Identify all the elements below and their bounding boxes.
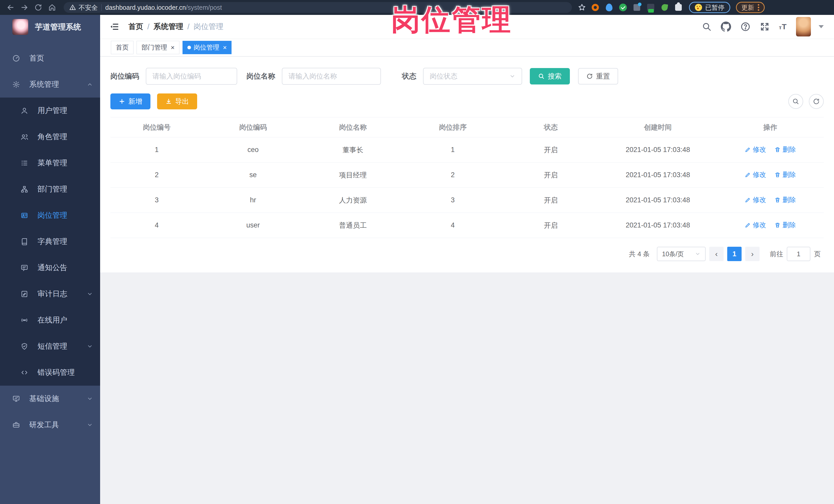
tab-close-icon[interactable]: × [171, 44, 175, 51]
app-logo-row[interactable]: 芋道管理系统 [0, 15, 100, 39]
column-header: 操作 [717, 117, 824, 137]
sidebar-item-label: 通知公告 [38, 263, 93, 273]
tab-label: 首页 [116, 43, 129, 51]
cell-post-sort: 4 [403, 213, 503, 238]
sidebar-item-label: 首页 [29, 53, 93, 63]
sidebar-item-devtools[interactable]: 研发工具 [0, 412, 100, 438]
online-user-icon [20, 316, 29, 324]
kebab-menu-icon[interactable] [758, 7, 759, 8]
delete-link[interactable]: 删除 [774, 170, 796, 179]
add-button[interactable]: 新增 [110, 93, 150, 109]
sidebar-item-online-users[interactable]: 在线用户 [0, 307, 100, 333]
trash-icon [774, 197, 781, 203]
extension-orange-icon[interactable] [591, 3, 600, 12]
cell-post-sort: 3 [403, 188, 503, 213]
hide-search-button[interactable] [788, 94, 803, 109]
page-url[interactable]: dashboard.yudao.iocoder.cn/system/post [105, 4, 222, 11]
edit-link[interactable]: 修改 [745, 195, 766, 204]
sidebar-item-role-mgmt[interactable]: 角色管理 [0, 124, 100, 150]
goto-page-input[interactable] [787, 247, 810, 261]
tab-close-icon[interactable]: × [223, 44, 227, 51]
extension-sprout-icon[interactable] [660, 3, 669, 12]
sidebar-item-system-mgmt[interactable]: 系统管理 [0, 71, 100, 97]
tab-post-mgmt[interactable]: 岗位管理 × [182, 41, 232, 54]
post-code-input[interactable] [146, 68, 237, 85]
tab-home[interactable]: 首页 [111, 41, 133, 54]
user-avatar[interactable] [796, 17, 811, 37]
table-row[interactable]: 3 hr 人力资源 3 开启 2021-01-05 17:03:48 修改删除 [110, 188, 824, 213]
sidebar-item-dept-mgmt[interactable]: 部门管理 [0, 176, 100, 202]
cell-post-status: 开启 [503, 162, 599, 188]
next-page-button[interactable]: › [745, 247, 760, 261]
edit-link[interactable]: 修改 [745, 145, 766, 154]
paused-badge[interactable]: 已暂停 [689, 2, 730, 13]
role-icon [20, 133, 29, 141]
back-icon[interactable] [5, 2, 17, 13]
search-icon[interactable] [702, 22, 711, 31]
delete-link[interactable]: 删除 [774, 221, 796, 229]
sidebar-item-error-code[interactable]: 错误码管理 [0, 359, 100, 386]
delete-link[interactable]: 删除 [774, 195, 796, 204]
home-icon[interactable] [46, 2, 58, 13]
export-button[interactable]: 导出 [157, 93, 197, 109]
delete-link[interactable]: 删除 [774, 145, 796, 154]
sidebar-collapse-icon[interactable] [108, 20, 121, 34]
extension-dual-icon[interactable] [633, 3, 641, 12]
sidebar-item-menu-mgmt[interactable]: 菜单管理 [0, 150, 100, 176]
plus-icon [118, 98, 125, 105]
sidebar-item-post-mgmt[interactable]: 岗位管理 [0, 202, 100, 228]
font-size-icon[interactable]: тT [779, 22, 787, 31]
fullscreen-icon[interactable] [760, 22, 770, 31]
edit-link[interactable]: 修改 [745, 221, 766, 229]
forward-icon[interactable] [19, 2, 30, 13]
extension-puzzle-icon[interactable] [674, 3, 683, 12]
status-select-placeholder: 岗位状态 [430, 72, 457, 81]
refresh-table-button[interactable] [809, 94, 824, 109]
extension-gtm-icon[interactable] [646, 3, 655, 12]
update-button[interactable]: 更新 [736, 2, 765, 13]
avatar-caret-icon[interactable] [818, 25, 824, 28]
bookmark-star-icon[interactable] [577, 3, 586, 12]
app-logo [12, 19, 28, 35]
security-warning[interactable]: 不安全 [69, 3, 98, 12]
edit-link[interactable]: 修改 [745, 170, 766, 179]
sidebar-item-infrastructure[interactable]: 基础设施 [0, 386, 100, 412]
sidebar-item-label: 研发工具 [29, 420, 87, 430]
address-bar[interactable]: 不安全 dashboard.yudao.iocoder.cn/system/po… [64, 2, 572, 13]
extension-check-icon[interactable] [619, 3, 627, 12]
cell-post-sort: 2 [403, 162, 503, 188]
table-row[interactable]: 1 ceo 董事长 1 开启 2021-01-05 17:03:48 修改删除 [110, 137, 824, 162]
tab-dept-mgmt[interactable]: 部门管理 × [136, 41, 179, 54]
sidebar-item-home[interactable]: 首页 [0, 45, 100, 71]
reload-icon[interactable] [32, 2, 44, 13]
sidebar-item-audit-log[interactable]: 审计日志 [0, 281, 100, 307]
page-size-select[interactable]: 10条/页 [657, 247, 706, 261]
search-button[interactable]: 搜索 [530, 68, 570, 85]
status-select[interactable]: 岗位状态 [423, 68, 522, 85]
sidebar-item-sms-mgmt[interactable]: 短信管理 [0, 333, 100, 359]
table-row[interactable]: 2 se 项目经理 2 开启 2021-01-05 17:03:48 修改删除 [110, 162, 824, 188]
post-name-input[interactable] [282, 68, 381, 85]
chevron-down-icon [87, 291, 93, 297]
sidebar-item-label: 审计日志 [38, 289, 87, 299]
cell-post-code: hr [203, 188, 303, 213]
sidebar-item-dict-mgmt[interactable]: 字典管理 [0, 228, 100, 255]
notice-icon [20, 264, 29, 272]
prev-page-button[interactable]: ‹ [709, 247, 724, 261]
sidebar-item-user-mgmt[interactable]: 用户管理 [0, 97, 100, 124]
breadcrumb-system[interactable]: 系统管理 [154, 22, 183, 32]
menu-list-icon [20, 159, 29, 167]
reset-button[interactable]: 重置 [578, 68, 618, 85]
page-1-button[interactable]: 1 [727, 247, 742, 261]
edit-pencil-icon [745, 147, 751, 153]
infra-monitor-icon [12, 395, 21, 402]
table-row[interactable]: 4 user 普通员工 4 开启 2021-01-05 17:03:48 修改删… [110, 213, 824, 238]
sidebar-item-notice[interactable]: 通知公告 [0, 255, 100, 281]
github-icon[interactable] [721, 22, 731, 32]
sidebar-item-label: 短信管理 [38, 341, 87, 351]
app-root: 不安全 dashboard.yudao.iocoder.cn/system/po… [0, 0, 834, 504]
dept-tree-icon [20, 185, 29, 193]
help-icon[interactable] [740, 22, 751, 32]
extension-pin-icon[interactable] [605, 3, 614, 12]
breadcrumb-home[interactable]: 首页 [128, 22, 143, 32]
